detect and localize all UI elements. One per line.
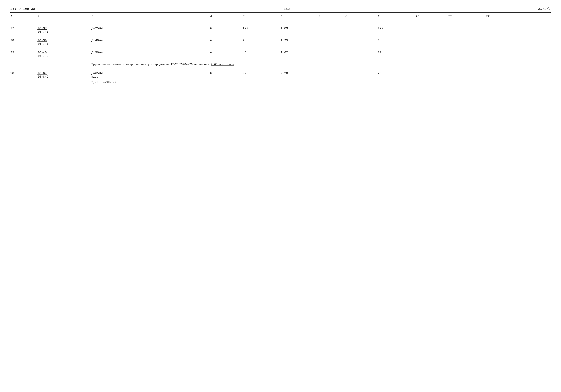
- row19-col2-line1: I6-40: [37, 51, 91, 54]
- row20-col11: [448, 72, 486, 84]
- doc-ref: 8972/7: [538, 7, 551, 11]
- row20-col5: 92: [243, 72, 280, 84]
- row20-col6: 2,28: [280, 72, 318, 84]
- col-header-2: 2: [37, 15, 43, 18]
- row19-col9: 72: [378, 51, 416, 58]
- row18-col2-line2: I6-7-I: [37, 42, 91, 46]
- row17-col6: I,03: [280, 27, 318, 33]
- row20-price-line3: 2,2I+0,47x0,I7=: [91, 81, 116, 84]
- row20-col12: [486, 72, 524, 84]
- row18-col5: 2: [243, 39, 280, 46]
- row19-col8: [345, 51, 378, 58]
- row17-col1: I7: [10, 27, 37, 33]
- row19-note-row: Трубы тонкостенные электросварные уг-лер…: [10, 58, 551, 67]
- row17-col3: Д=25мм: [91, 27, 210, 33]
- row20-col10: [416, 72, 448, 84]
- row18-col10: [416, 39, 448, 46]
- row18-col6: I,29: [280, 39, 318, 46]
- col-header-1: I: [10, 15, 12, 18]
- row19-col11: [448, 51, 486, 58]
- note-text-part1: Трубы тонкостенные электросварные уг-лер…: [91, 63, 211, 66]
- table-row: I9 I6-40 I6-7-2 Д=50мм м 45 I,6I 72: [10, 46, 551, 58]
- col-header-8: 8: [345, 15, 347, 18]
- row18-col1: I8: [10, 39, 37, 46]
- col-header-3: 3: [91, 15, 118, 18]
- row20-col3-line1: Д=65мм: [91, 72, 210, 75]
- row17-col12: [486, 27, 524, 33]
- col-header-11: II: [448, 15, 451, 18]
- row20-col8: [345, 72, 378, 84]
- row17-col2: I6-37 I6-7-I: [37, 27, 91, 33]
- row17-col4: м: [210, 27, 243, 33]
- row20-col2-line2: I6-8-2: [37, 75, 91, 78]
- row20-col2: I6-67 I6-8-2: [37, 72, 91, 84]
- col-header-9: 9: [378, 15, 380, 18]
- row17-col8: [345, 27, 378, 33]
- row17-col5: I72: [243, 27, 280, 33]
- row17-col11: [448, 27, 486, 33]
- doc-id: 4II-2-156.85: [10, 7, 35, 11]
- row17-col2-line2: I6-7-I: [37, 30, 91, 33]
- row20-col7: [318, 72, 345, 84]
- col-header-4: 4: [210, 15, 212, 18]
- row20-price-line2: Цена:: [91, 76, 100, 79]
- row18-col7: [318, 39, 345, 46]
- row19-col10: [416, 51, 448, 58]
- row19-col4: м: [210, 51, 243, 58]
- col-header-12: I2: [486, 15, 488, 18]
- row20-price-formula: 2,2I+0,47x0,I7=: [91, 80, 210, 84]
- row18-col3: Д=40мм: [91, 39, 210, 46]
- row20-col2-line1: I6-67: [37, 72, 91, 75]
- column-headers: I 2 3 4 5 6 7 8 9 IO II I2: [10, 13, 551, 20]
- col-header-6: 6: [280, 15, 283, 18]
- row19-col7: [318, 51, 345, 58]
- row18-col2: I6-39 I6-7-I: [37, 39, 91, 46]
- row20-col9: 206: [378, 72, 416, 84]
- table-row: 20 I6-67 I6-8-2 Д=65мм Цена: 2,2I+0,47x0…: [10, 67, 551, 84]
- note-text-underline: 7,65 м от пола: [211, 63, 234, 66]
- row20-col1: 20: [10, 72, 37, 84]
- row19-col5: 45: [243, 51, 280, 58]
- row19-col3-main: Д=50мм: [91, 51, 210, 54]
- row19-col6: I,6I: [280, 51, 318, 58]
- row19-note: Трубы тонкостенные электросварные уг-лер…: [91, 61, 551, 67]
- col-header-7: 7: [318, 15, 320, 18]
- row17-col7: [318, 27, 345, 33]
- row19-col1: I9: [10, 51, 37, 58]
- row17-col10: [416, 27, 448, 33]
- row19-col2: I6-40 I6-7-2: [37, 51, 91, 58]
- row18-col8: [345, 39, 378, 46]
- row18-col12: [486, 39, 524, 46]
- table-row: I7 I6-37 I6-7-I Д=25мм м I72 I,03 I77: [10, 23, 551, 33]
- row18-col9: 3: [378, 39, 416, 46]
- col-header-5: 5: [243, 15, 245, 18]
- document-container: 4II-2-156.85 - 132 - 8972/7 I 2 3 4 5 6 …: [10, 7, 551, 84]
- row19-col2-line2: I6-7-2: [37, 54, 91, 58]
- row17-col2-line1: I6-37: [37, 27, 91, 30]
- table-row: I8 I6-39 I6-7-I Д=40мм м 2 I,29 3: [10, 33, 551, 46]
- row18-col4: м: [210, 39, 243, 46]
- row19-col12: [486, 51, 524, 58]
- row19-col3: Д=50мм: [91, 51, 210, 58]
- col-header-10: IO: [416, 15, 417, 18]
- header: 4II-2-156.85 - 132 - 8972/7: [10, 7, 551, 11]
- row17-col9: I77: [378, 27, 416, 33]
- row20-col3: Д=65мм Цена: 2,2I+0,47x0,I7=: [91, 72, 210, 84]
- row20-col4: м: [210, 72, 243, 84]
- row18-col2-line1: I6-39: [37, 39, 91, 42]
- row18-col11: [448, 39, 486, 46]
- page-number: - 132 -: [280, 7, 294, 11]
- row20-price-label: Цена:: [91, 76, 210, 79]
